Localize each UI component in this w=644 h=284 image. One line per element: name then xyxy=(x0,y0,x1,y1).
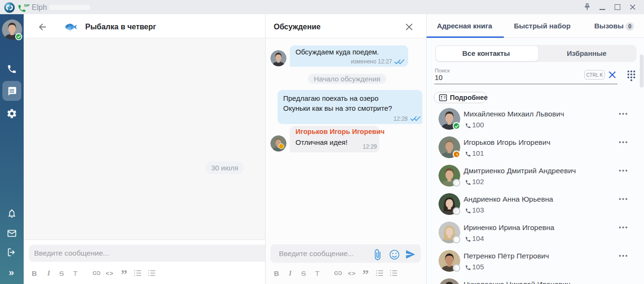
svg-text:SIP: SIP xyxy=(24,3,30,8)
